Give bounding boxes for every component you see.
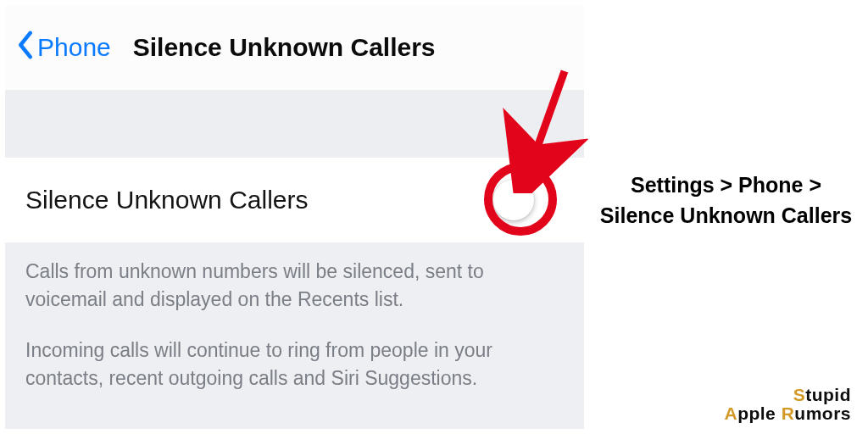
- watermark-line-1: Stupid: [724, 386, 851, 403]
- svg-line-0: [531, 71, 565, 166]
- caption-column: Settings > Phone > Silence Unknown Calle…: [584, 0, 868, 434]
- breadcrumb-caption: Settings > Phone > Silence Unknown Calle…: [599, 170, 853, 231]
- back-label: Phone: [37, 33, 111, 62]
- setting-footer-text: Calls from unknown numbers will be silen…: [5, 242, 584, 392]
- watermark-line-2: Apple Rumors: [724, 404, 851, 422]
- watermark-logo: Stupid Apple Rumors: [724, 386, 851, 422]
- back-button[interactable]: Phone: [17, 31, 111, 65]
- footer-paragraph-2: Incoming calls will continue to ring fro…: [25, 337, 564, 393]
- ios-settings-panel: Phone Silence Unknown Callers Silence Un…: [5, 5, 584, 429]
- chevron-left-icon: [17, 31, 34, 65]
- annotation-arrow-icon: [495, 66, 588, 193]
- setting-label: Silence Unknown Callers: [25, 186, 309, 214]
- footer-paragraph-1: Calls from unknown numbers will be silen…: [25, 258, 564, 314]
- page-title: Silence Unknown Callers: [133, 33, 436, 62]
